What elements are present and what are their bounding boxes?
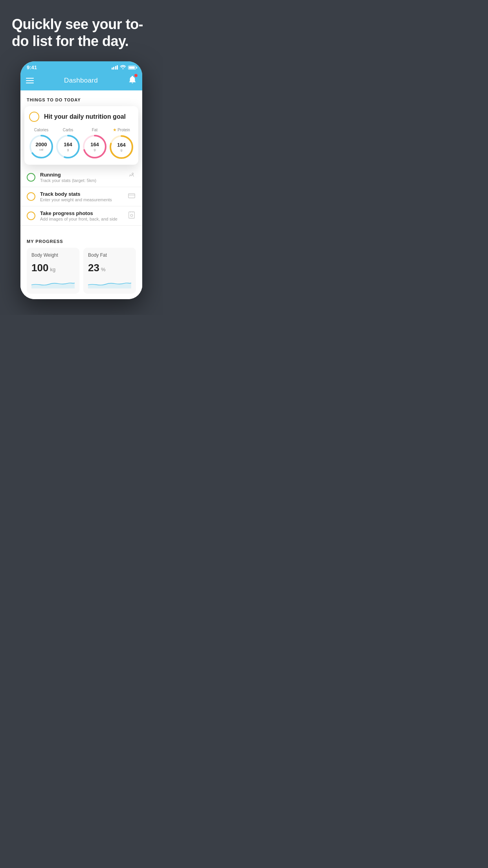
- todo-action-icon: [127, 211, 136, 221]
- todo-text: Running Track your stats (target: 5km): [40, 172, 123, 183]
- donut-unit: g: [64, 148, 72, 151]
- progress-big-value: 23: [88, 262, 99, 274]
- status-icons: [112, 65, 136, 70]
- todo-item[interactable]: Track body stats Enter your weight and m…: [20, 187, 142, 206]
- phone-body: THINGS TO DO TODAY Hit your daily nutrit…: [20, 90, 142, 299]
- stat-label: Calories: [34, 128, 49, 132]
- app-title: Dashboard: [64, 77, 98, 85]
- notifications-button[interactable]: [128, 75, 137, 86]
- donut-label: 164 g: [117, 143, 126, 152]
- progress-value-row: 100 kg: [31, 262, 75, 274]
- donut-label: 2000 cal: [36, 142, 47, 151]
- donut-label: 164 g: [90, 142, 99, 151]
- donut-value: 2000: [36, 142, 47, 148]
- bottom-spacer: [0, 299, 163, 315]
- progress-card-title: Body Fat: [88, 252, 131, 258]
- svg-rect-11: [129, 212, 135, 219]
- todo-item[interactable]: Running Track your stats (target: 5km): [20, 168, 142, 187]
- todo-text: Track body stats Enter your weight and m…: [40, 191, 123, 202]
- progress-card-title: Body Weight: [31, 252, 75, 258]
- notification-badge: [134, 74, 138, 77]
- donut-chart: 164 g: [83, 134, 107, 159]
- donut-value: 164: [90, 142, 99, 148]
- donut-chart: 164 g: [109, 135, 134, 159]
- todo-subtitle: Add images of your front, back, and side: [40, 217, 123, 221]
- todo-title: Running: [40, 172, 123, 178]
- nutrition-card-title: Hit your daily nutrition goal: [44, 113, 126, 120]
- menu-button[interactable]: [26, 78, 34, 83]
- battery-icon: [128, 66, 136, 70]
- donut-unit: g: [117, 148, 126, 152]
- todo-subtitle: Enter your weight and measurements: [40, 197, 123, 202]
- page-wrapper: Quickly see your to-do list for the day.…: [0, 0, 163, 315]
- nutrition-stat-fat: Fat 164 g: [83, 128, 107, 159]
- donut-chart: 164 g: [56, 134, 80, 159]
- donut-unit: cal: [36, 148, 47, 151]
- wifi-icon: [120, 65, 126, 70]
- stat-label: Fat: [92, 128, 97, 132]
- things-label: THINGS TO DO TODAY: [27, 97, 81, 102]
- progress-big-value: 100: [31, 262, 48, 274]
- progress-unit: %: [101, 267, 106, 272]
- svg-rect-9: [128, 194, 135, 198]
- svg-point-12: [130, 215, 133, 217]
- donut-label: 164 g: [64, 142, 72, 151]
- nutrition-card: Hit your daily nutrition goal Calories 2…: [24, 106, 138, 165]
- status-bar: 9:41: [20, 61, 142, 72]
- hero-section: Quickly see your to-do list for the day.: [0, 0, 163, 61]
- todo-title: Take progress photos: [40, 210, 123, 216]
- mini-chart: [31, 277, 75, 289]
- progress-label: MY PROGRESS: [27, 239, 136, 244]
- donut-value: 164: [117, 143, 126, 148]
- donut-chart: 2000 cal: [29, 134, 53, 159]
- todo-action-icon: [127, 172, 136, 182]
- donut-unit: g: [90, 148, 99, 151]
- nutrition-stats: Calories 2000 cal Carbs 164 g Fat 164 g …: [29, 127, 134, 159]
- todo-list: Running Track your stats (target: 5km) T…: [20, 168, 142, 226]
- nutrition-stat-protein: ★Protein 164 g: [109, 127, 134, 159]
- todo-circle: [27, 173, 35, 182]
- progress-section: MY PROGRESS Body Weight 100 kg Body Fat …: [20, 234, 142, 299]
- svg-point-0: [123, 68, 124, 69]
- todo-action-icon: [127, 191, 136, 202]
- progress-card-body-fat[interactable]: Body Fat 23 %: [83, 248, 136, 294]
- mini-chart: [88, 277, 131, 289]
- spacer: [20, 226, 142, 234]
- progress-unit: kg: [50, 267, 55, 272]
- nutrition-title-row: Hit your daily nutrition goal: [29, 112, 134, 122]
- nutrition-stat-calories: Calories 2000 cal: [29, 128, 53, 159]
- phone-mockup: 9:41: [20, 61, 142, 299]
- progress-card-body-weight[interactable]: Body Weight 100 kg: [27, 248, 79, 294]
- todo-circle: [27, 211, 35, 220]
- stat-label: Carbs: [63, 128, 73, 132]
- todo-text: Take progress photos Add images of your …: [40, 210, 123, 221]
- donut-value: 164: [64, 142, 72, 148]
- todo-circle: [27, 192, 35, 201]
- things-section: THINGS TO DO TODAY: [20, 90, 142, 106]
- time-display: 9:41: [27, 64, 37, 70]
- progress-cards: Body Weight 100 kg Body Fat 23 %: [27, 248, 136, 299]
- signal-icon: [112, 65, 118, 70]
- progress-value-row: 23 %: [88, 262, 131, 274]
- nutrition-stat-carbs: Carbs 164 g: [56, 128, 80, 159]
- todo-item[interactable]: Take progress photos Add images of your …: [20, 206, 142, 226]
- app-header: Dashboard: [20, 72, 142, 90]
- stat-label-protein: ★Protein: [113, 127, 130, 132]
- nutrition-check[interactable]: [29, 112, 39, 122]
- hero-title: Quickly see your to-do list for the day.: [12, 16, 151, 50]
- todo-subtitle: Track your stats (target: 5km): [40, 178, 123, 183]
- todo-title: Track body stats: [40, 191, 123, 197]
